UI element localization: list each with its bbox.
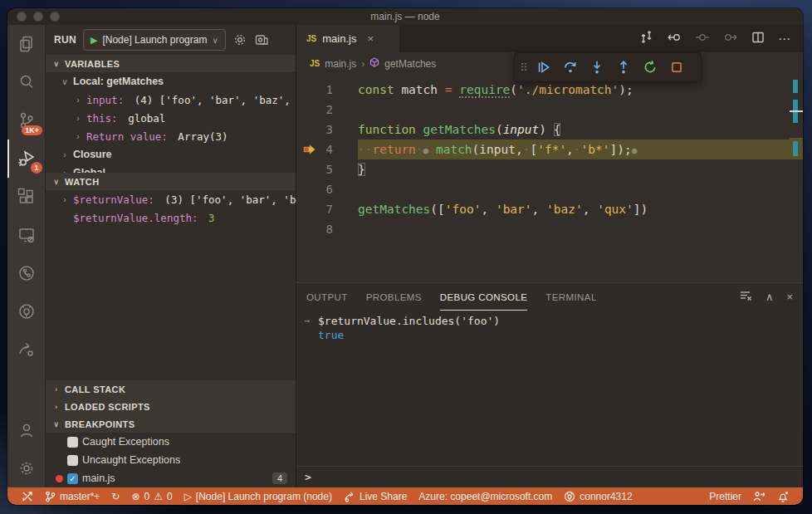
prettier-item[interactable]: Prettier xyxy=(703,487,747,505)
code-line[interactable]: 5} xyxy=(296,159,803,179)
configure-gear-icon[interactable] xyxy=(232,32,247,47)
console-entry[interactable]: →$returnValue.includes('foo') xyxy=(296,314,803,328)
settings-gear-icon[interactable] xyxy=(7,449,45,487)
breakpoint-row[interactable]: ✓main.js4 xyxy=(46,469,296,487)
gutter-cell[interactable]: 6 xyxy=(296,179,358,199)
loaded-scripts-section-header[interactable]: › LOADED SCRIPTS xyxy=(46,398,296,415)
breakpoint-checkbox[interactable] xyxy=(67,455,78,466)
azure-account-item[interactable]: Azure: copeet@microsoft.com xyxy=(413,487,558,505)
breadcrumb-symbol[interactable]: getMatches xyxy=(384,58,436,70)
launch-program-item[interactable]: ▷ [Node] Launch program (node) xyxy=(179,487,338,505)
git-branch-item[interactable]: master*+ xyxy=(39,487,105,505)
source-control-icon[interactable]: 1K+ xyxy=(7,101,45,140)
code-line[interactable]: 1const match = require('./micromatch'); xyxy=(296,80,803,100)
open-debug-console-icon[interactable] xyxy=(254,32,269,47)
breakpoint-row[interactable]: Uncaught Exceptions xyxy=(46,451,296,469)
stop-button[interactable] xyxy=(666,56,687,78)
console-entry[interactable]: true xyxy=(296,328,803,342)
watch-section-header[interactable]: ∨ WATCH xyxy=(46,173,296,190)
split-editor-icon[interactable] xyxy=(751,31,765,47)
start-debug-icon[interactable]: ▶ xyxy=(90,35,97,46)
live-share-icon[interactable] xyxy=(7,254,45,292)
continue-button[interactable] xyxy=(533,56,555,78)
code-editor[interactable]: 1const match = require('./micromatch');2… xyxy=(296,75,803,282)
code-line[interactable]: 3function getMatches(input) { xyxy=(296,120,803,140)
remote-explorer-icon[interactable] xyxy=(7,216,45,254)
remote-indicator[interactable] xyxy=(16,487,39,505)
more-actions-icon[interactable]: ⋯ xyxy=(778,32,791,47)
breakpoint-checkbox[interactable] xyxy=(67,437,78,448)
code-text xyxy=(358,100,790,120)
accounts-icon[interactable] xyxy=(7,411,45,449)
chevron-right-icon: › xyxy=(52,385,61,394)
breakpoint-checkbox[interactable]: ✓ xyxy=(67,473,78,484)
code-line[interactable]: 2 xyxy=(296,100,803,120)
debug-console-output[interactable]: →$returnValue.includes('foo')true xyxy=(296,311,803,466)
closure-scope-row[interactable]: › Closure xyxy=(46,145,296,164)
breakpoints-section-header[interactable]: ∨ BREAKPOINTS xyxy=(46,415,296,433)
explorer-icon[interactable] xyxy=(7,25,45,63)
call-stack-section-header[interactable]: › CALL STACK xyxy=(46,380,296,398)
problems-item[interactable]: ⊗ 0 ⚠ 0 xyxy=(125,487,178,505)
maximize-panel-icon[interactable]: ∧ xyxy=(766,291,774,303)
close-tab-icon[interactable]: × xyxy=(367,32,374,45)
navigate-back-icon[interactable] xyxy=(667,31,682,47)
panel-tab-problems[interactable]: PROBLEMS xyxy=(366,283,422,311)
tab-main-js[interactable]: JS main.js × xyxy=(296,25,399,52)
overview-ruler[interactable] xyxy=(790,75,803,282)
gutter-cell[interactable]: 3 xyxy=(296,120,358,140)
gutter-cell[interactable]: 2 xyxy=(296,100,358,120)
github-icon[interactable] xyxy=(7,292,45,330)
step-over-button[interactable] xyxy=(560,56,581,78)
launch-config-dropdown[interactable]: ▶ [Node] Launch program ∨ xyxy=(83,29,226,51)
gutter-cell[interactable]: 8 xyxy=(296,219,358,239)
open-changes-icon[interactable] xyxy=(639,30,653,47)
share-feedback-icon[interactable] xyxy=(7,330,45,369)
breadcrumb-file[interactable]: main.js xyxy=(325,58,356,70)
gutter-cell[interactable]: 4 xyxy=(296,140,358,159)
notifications-bell-icon[interactable] xyxy=(771,487,795,505)
search-icon[interactable] xyxy=(7,63,45,101)
variable-row[interactable]: ›input: (4) ['foo', 'bar', 'baz', 'qux'] xyxy=(46,91,296,109)
debug-console-input[interactable]: > xyxy=(296,466,803,487)
variables-scope-row[interactable]: ∨ Local: getMatches xyxy=(46,72,296,91)
close-panel-icon[interactable]: × xyxy=(786,291,793,303)
sync-changes-item[interactable]: ↻ xyxy=(105,487,125,505)
breakpoint-row[interactable]: Caught Exceptions xyxy=(46,433,296,451)
restart-button[interactable] xyxy=(639,56,661,78)
code-text: ··return·● match(input,·['f*',·'b*']);● xyxy=(358,140,790,159)
source-control-badge: 1K+ xyxy=(22,125,42,135)
variable-row[interactable]: ›this: global xyxy=(46,109,296,127)
variables-section-header[interactable]: ∨ VARIABLES xyxy=(46,55,296,72)
editor-actions: ⋯ xyxy=(639,25,803,52)
watch-row[interactable]: $returnValue.length: 3 xyxy=(46,208,296,227)
watch-row[interactable]: ›$returnValue: (3) ['foo', 'bar', 'baz'] xyxy=(46,190,296,208)
gutter-cell[interactable]: 1 xyxy=(296,80,358,100)
code-line[interactable]: 4··return·● match(input,·['f*',·'b*']);● xyxy=(296,140,803,159)
panel-tab-output[interactable]: OUTPUT xyxy=(306,283,348,311)
variable-row[interactable]: ›Return value: Array(3) xyxy=(46,127,296,145)
chevron-right-icon: › xyxy=(74,132,82,141)
drag-handle-icon[interactable]: ⠿ xyxy=(520,61,526,74)
step-out-button[interactable] xyxy=(613,56,634,78)
javascript-file-icon: JS xyxy=(306,34,316,43)
code-text: } xyxy=(358,159,790,179)
live-share-item[interactable]: Live Share xyxy=(338,487,413,505)
code-line[interactable]: 7getMatches(['foo', 'bar', 'baz', 'qux']… xyxy=(296,199,803,219)
code-line[interactable]: 8 xyxy=(296,219,803,239)
error-icon: ⊗ xyxy=(131,491,139,502)
feedback-icon[interactable] xyxy=(747,487,771,505)
breakpoint-label: Uncaught Exceptions xyxy=(82,454,180,466)
code-line[interactable]: 6 xyxy=(296,179,803,199)
extensions-icon[interactable] xyxy=(7,178,45,216)
panel-tab-terminal[interactable]: TERMINAL xyxy=(545,283,596,311)
clear-console-icon[interactable] xyxy=(739,289,752,306)
global-scope-row-clipped[interactable]: › Global xyxy=(46,164,296,173)
gutter-cell[interactable]: 7 xyxy=(296,199,358,219)
step-into-button[interactable] xyxy=(586,56,608,78)
status-bar: master*+ ↻ ⊗ 0 ⚠ 0 ▷ [Node] Launch progr… xyxy=(7,487,803,505)
panel-tab-debug-console[interactable]: DEBUG CONSOLE xyxy=(440,283,528,311)
github-user-item[interactable]: connor4312 xyxy=(558,487,638,505)
run-debug-icon[interactable]: 1 xyxy=(7,140,45,178)
gutter-cell[interactable]: 5 xyxy=(296,159,358,179)
